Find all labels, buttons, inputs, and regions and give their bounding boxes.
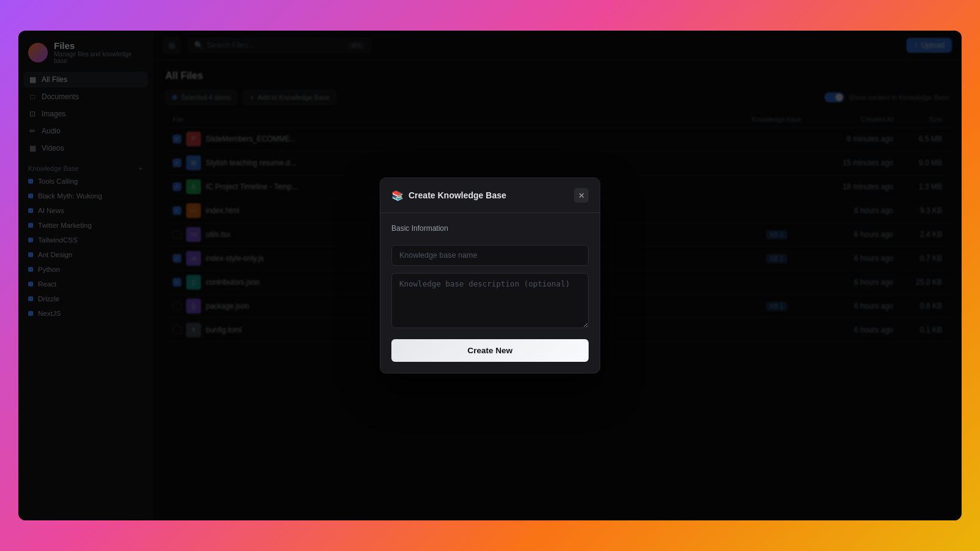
- modal-body: Basic Information: [380, 213, 600, 339]
- modal-footer: Create New: [380, 339, 600, 373]
- modal-kb-icon: 📚: [391, 190, 404, 201]
- create-new-button[interactable]: Create New: [391, 339, 589, 362]
- kb-name-input[interactable]: [391, 245, 589, 266]
- modal-title-group: 📚 Create Knowledge Base: [391, 190, 507, 201]
- close-icon: ✕: [578, 191, 585, 200]
- create-kb-modal: 📚 Create Knowledge Base ✕ Basic Informat…: [380, 178, 600, 373]
- modal-title: Create Knowledge Base: [409, 190, 507, 200]
- kb-description-input[interactable]: [391, 273, 589, 328]
- modal-header: 📚 Create Knowledge Base ✕: [380, 178, 600, 213]
- modal-section-label: Basic Information: [391, 224, 589, 233]
- app-window: Files Manage files and knowledge base ▦ …: [18, 31, 962, 520]
- modal-overlay[interactable]: 📚 Create Knowledge Base ✕ Basic Informat…: [18, 31, 962, 520]
- modal-close-button[interactable]: ✕: [574, 188, 589, 203]
